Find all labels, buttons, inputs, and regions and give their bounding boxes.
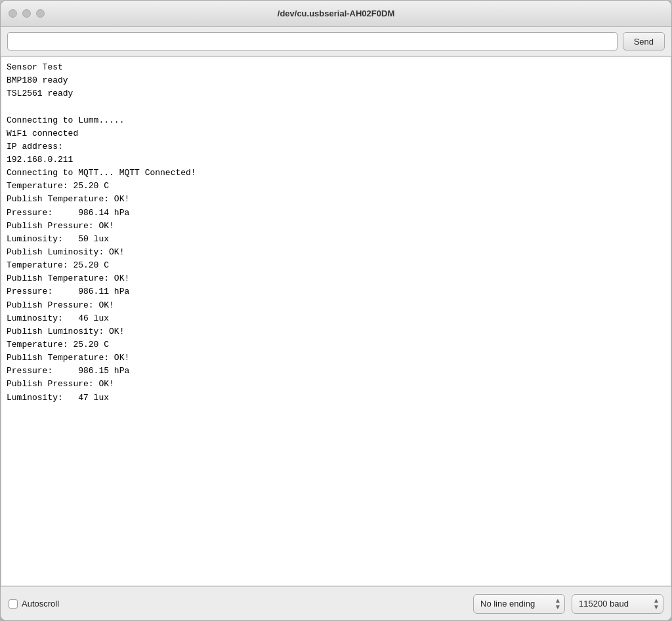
autoscroll-checkbox[interactable] — [9, 599, 18, 609]
send-button[interactable]: Send — [623, 32, 665, 50]
maximize-button[interactable] — [36, 9, 45, 18]
baud-rate-container: 300 baud1200 baud2400 baud4800 baud9600 … — [572, 594, 663, 614]
window-title: /dev/cu.usbserial-AH02F0DM — [278, 9, 394, 18]
line-ending-container: No line endingNewlineCarriage returnBoth… — [473, 594, 565, 614]
console-content: Sensor Test BMP180 ready TSL2561 ready C… — [1, 57, 671, 586]
autoscroll-label: Autoscroll — [22, 599, 59, 609]
line-ending-select[interactable]: No line endingNewlineCarriage returnBoth… — [473, 594, 565, 614]
serial-monitor-window: /dev/cu.usbserial-AH02F0DM Send Sensor T… — [0, 0, 672, 621]
autoscroll-area: Autoscroll — [9, 599, 467, 609]
traffic-lights — [9, 9, 45, 18]
message-input[interactable] — [7, 32, 618, 50]
console-output-area[interactable]: Sensor Test BMP180 ready TSL2561 ready C… — [1, 56, 671, 586]
baud-rate-select[interactable]: 300 baud1200 baud2400 baud4800 baud9600 … — [572, 594, 663, 614]
close-button[interactable] — [9, 9, 17, 18]
title-bar: /dev/cu.usbserial-AH02F0DM — [1, 1, 671, 27]
toolbar: Send — [1, 27, 671, 56]
status-bar: Autoscroll No line endingNewlineCarriage… — [1, 586, 671, 620]
minimize-button[interactable] — [22, 9, 31, 18]
